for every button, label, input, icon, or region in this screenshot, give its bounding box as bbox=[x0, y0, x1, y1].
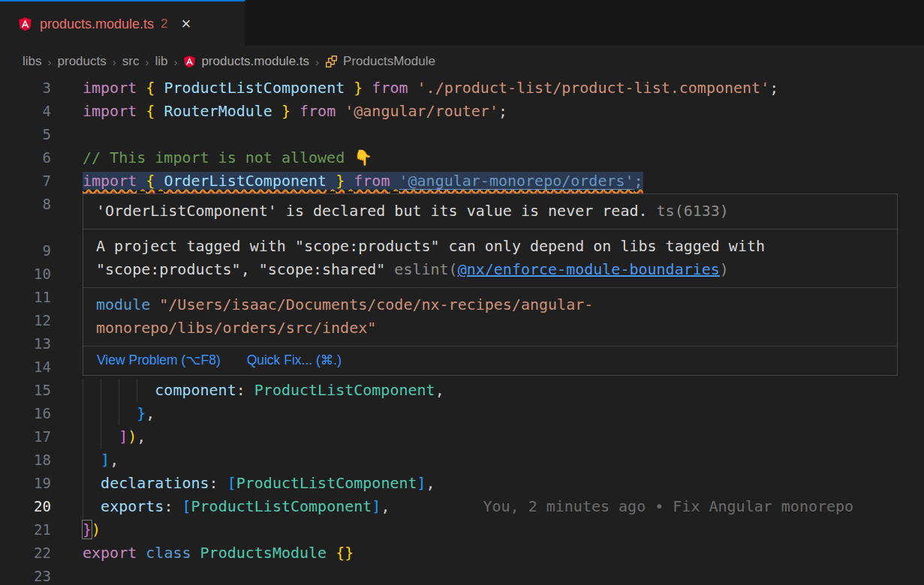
breadcrumb-item-file[interactable]: products.module.ts bbox=[183, 54, 309, 69]
line-number-15[interactable]: 15 bbox=[0, 379, 83, 402]
close-icon[interactable]: × bbox=[182, 16, 191, 32]
code-content-4[interactable]: import { RouterModule } from '@angular/r… bbox=[83, 100, 924, 123]
code-line-6: 6// This import is not allowed 👇 bbox=[0, 146, 924, 170]
line-number-14[interactable]: 14 bbox=[0, 356, 83, 379]
eslint-source-prefix: eslint( bbox=[394, 260, 457, 278]
code-token: export bbox=[83, 544, 137, 562]
code-token: , bbox=[381, 497, 390, 515]
code-token: [ bbox=[227, 474, 236, 492]
line-number-23[interactable]: 23 bbox=[0, 565, 83, 585]
line-number-5[interactable]: 5 bbox=[0, 123, 83, 146]
eslint-message-line1: A project tagged with "scope:products" c… bbox=[96, 235, 884, 258]
indent-guide bbox=[83, 448, 83, 472]
code-content-15[interactable]: component: ProductListComponent, bbox=[83, 379, 924, 402]
line-number-7[interactable]: 7 bbox=[0, 170, 83, 193]
code-line-17: 17 ]), bbox=[0, 425, 924, 448]
tab-strip-empty bbox=[245, 0, 924, 46]
code-content-19[interactable]: declarations: [ProductListComponent], bbox=[83, 472, 924, 495]
code-line-4: 4import { RouterModule } from '@angular/… bbox=[0, 100, 924, 123]
indent-guide bbox=[119, 379, 119, 402]
code-content-16[interactable]: }, bbox=[83, 402, 924, 425]
code-token bbox=[155, 172, 164, 190]
code-line-15: 15 component: ProductListComponent, bbox=[0, 379, 924, 402]
breadcrumb-item-products[interactable]: products bbox=[58, 54, 107, 69]
code-token: ProductListComponent bbox=[236, 474, 417, 492]
line-number-22[interactable]: 22 bbox=[0, 542, 83, 565]
line-number-9[interactable]: 9 bbox=[0, 239, 83, 262]
line-number-20[interactable]: 20 bbox=[0, 495, 83, 518]
line-number-4[interactable]: 4 bbox=[0, 100, 83, 123]
line-number-6[interactable]: 6 bbox=[0, 146, 83, 170]
code-token: { bbox=[146, 172, 155, 190]
code-content-5[interactable] bbox=[83, 123, 924, 146]
chevron-right-icon: › bbox=[139, 56, 155, 68]
code-token: {} bbox=[336, 544, 354, 562]
code-token bbox=[83, 404, 137, 422]
line-number-10[interactable]: 10 bbox=[0, 262, 83, 286]
ts-error-source: ts(6133) bbox=[657, 202, 729, 220]
eslint-rule-link[interactable]: @nx/enforce-module-boundaries bbox=[458, 260, 720, 278]
code-token: import bbox=[83, 102, 137, 120]
eslint-source-suffix: ) bbox=[720, 260, 729, 278]
code-content-23[interactable] bbox=[83, 565, 924, 585]
code-token: , bbox=[146, 404, 155, 422]
code-token bbox=[345, 79, 354, 97]
code-token: from bbox=[372, 79, 408, 97]
line-number-19[interactable]: 19 bbox=[0, 472, 83, 495]
code-line-22: 22export class ProductsModule {} bbox=[0, 542, 924, 565]
code-content-22[interactable]: export class ProductsModule {} bbox=[83, 542, 924, 565]
line-number-16[interactable]: 16 bbox=[0, 402, 83, 425]
code-token: } bbox=[336, 172, 345, 190]
code-token: ] bbox=[119, 428, 128, 446]
code-content-3[interactable]: import { ProductListComponent } from './… bbox=[83, 76, 924, 100]
line-number-13[interactable]: 13 bbox=[0, 332, 83, 356]
code-token: { bbox=[146, 102, 155, 120]
breadcrumb-item-symbol[interactable]: ProductsModule bbox=[325, 54, 435, 69]
line-number-17[interactable]: 17 bbox=[0, 425, 83, 448]
code-token: , bbox=[435, 381, 444, 399]
breadcrumb-item-libs[interactable]: libs bbox=[23, 54, 42, 69]
hover-popup: 'OrderListComponent' is declared but its… bbox=[83, 194, 898, 376]
indent-guide bbox=[83, 379, 83, 402]
indent-guide bbox=[83, 402, 83, 425]
code-token: import bbox=[83, 79, 137, 97]
tab-label: products.module.ts bbox=[40, 16, 154, 32]
code-token: } bbox=[82, 520, 92, 539]
line-number-8[interactable]: 8 bbox=[0, 193, 83, 216]
breadcrumb-item-src[interactable]: src bbox=[122, 54, 140, 69]
code-token: OrderListComponent bbox=[164, 172, 327, 190]
code-token: , bbox=[110, 451, 119, 469]
code-token bbox=[336, 102, 345, 120]
module-path-line1: module "/Users/isaac/Documents/code/nx-r… bbox=[96, 293, 884, 316]
code-token: : bbox=[209, 474, 227, 492]
breadcrumb-item-lib[interactable]: lib bbox=[155, 54, 167, 69]
indent-guide bbox=[83, 472, 83, 495]
code-token bbox=[155, 102, 164, 120]
code-token: ProductsModule bbox=[200, 544, 327, 562]
code-token: ; bbox=[498, 102, 507, 120]
code-content-7[interactable]: import { OrderListComponent } from '@ang… bbox=[83, 170, 924, 193]
code-token bbox=[83, 474, 101, 492]
code-token bbox=[327, 544, 336, 562]
code-token: ) bbox=[92, 520, 101, 538]
code-content-21[interactable]: }) bbox=[83, 518, 924, 542]
view-problem-link[interactable]: View Problem (⌥F8) bbox=[97, 352, 221, 368]
code-token: [ bbox=[182, 497, 191, 515]
line-number-3[interactable]: 3 bbox=[0, 76, 83, 100]
code-token: ] bbox=[372, 497, 381, 515]
line-number-11[interactable]: 11 bbox=[0, 286, 83, 309]
code-content-17[interactable]: ]), bbox=[83, 425, 924, 448]
hover-status-bar: View Problem (⌥F8) Quick Fix... (⌘.) bbox=[83, 346, 897, 375]
chevron-right-icon: › bbox=[309, 56, 325, 68]
code-content-20[interactable]: exports: [ProductListComponent],You, 2 m… bbox=[83, 495, 924, 518]
code-content-18[interactable]: ], bbox=[83, 448, 924, 472]
quick-fix-link[interactable]: Quick Fix... (⌘.) bbox=[247, 352, 342, 368]
tab-products-module[interactable]: products.module.ts 2 × bbox=[0, 0, 245, 46]
line-number-18[interactable]: 18 bbox=[0, 448, 83, 472]
code-line-21: 21}) bbox=[0, 518, 924, 542]
hover-eslint-error: A project tagged with "scope:products" c… bbox=[83, 230, 897, 288]
code-content-6[interactable]: // This import is not allowed 👇 bbox=[83, 146, 924, 170]
line-number-12[interactable]: 12 bbox=[0, 309, 83, 332]
line-number-21[interactable]: 21 bbox=[0, 518, 83, 542]
code-token: declarations bbox=[101, 474, 209, 492]
